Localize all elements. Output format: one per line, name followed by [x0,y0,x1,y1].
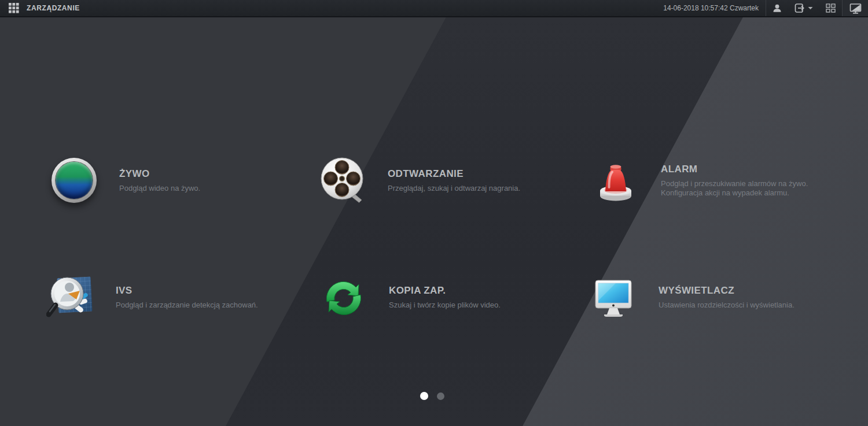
device-matrix-icon [826,3,836,13]
magnifier-detection-icon [46,273,95,321]
menu-item-alarm[interactable]: ALARM Podgląd i przeszukiwanie alarmów n… [591,155,808,206]
menu-item-kopia-zap[interactable]: KOPIA ZAP. Szukaj i twórz kopie plików v… [319,272,501,323]
title-bar: ZARZĄDZANIE 14-06-2018 10:57:42 Czwartek [0,0,868,17]
monitor-icon [589,273,638,321]
menu-item-odtwarzanie[interactable]: ODTWARZANIE Przeglądaj, szukaj i odtwarz… [318,155,520,206]
menu-item-title: ALARM [661,164,808,175]
page-dot-1[interactable] [420,392,428,400]
page-dot-2[interactable] [437,392,444,400]
page-title: ZARZĄDZANIE [27,4,80,12]
display-split-icon [849,3,862,14]
menu-item-description: Szukaj i twórz kopie plików video. [389,301,501,310]
datetime-display: 14-06-2018 10:57:42 Czwartek [663,4,766,12]
menu-item-title: ODTWARZANIE [388,168,520,180]
menu-item-title: WYŚWIETLACZ [659,285,795,297]
menu-item-ivs[interactable]: IVS Podgląd i zarządzanie detekcją zacho… [46,272,258,323]
film-reel-icon [318,156,367,205]
menu-item-title: KOPIA ZAP. [389,285,501,297]
menu-item-title: ŻYWO [119,168,200,180]
menu-item-description: Podgląd i zarządzanie detekcją zachowań. [116,301,258,310]
logout-icon [795,3,806,13]
menu-item-description: Ustawienia rozdzielczości i wyświetlania… [659,301,795,310]
user-icon [773,3,782,13]
pagination [420,392,444,400]
siren-icon [591,156,640,205]
menu-item-description: Podgląd wideo na żywo. [119,184,200,193]
menu-item-description: Podgląd i przeszukiwanie alarmów na żywo… [661,179,808,188]
logout-button[interactable] [788,0,819,16]
live-button-icon [50,156,98,205]
chevron-down-icon [808,6,813,10]
sync-arrows-icon [319,273,368,321]
menu-item-title: IVS [116,285,258,297]
grid-menu-icon[interactable] [9,3,19,13]
main-menu-desktop: ŻYWO Podgląd wideo na żywo. [0,17,868,426]
menu-item-description-line2: Konfiguracja akcji na wypadek alarmu. [661,188,808,198]
user-button[interactable] [766,0,788,16]
device-matrix-button[interactable] [819,0,842,16]
display-output-button[interactable] [843,0,868,16]
menu-item-wyswietlacz[interactable]: WYŚWIETLACZ Ustawienia rozdzielczości i … [589,272,795,323]
menu-item-zywo[interactable]: ŻYWO Podgląd wideo na żywo. [50,155,200,206]
menu-item-description: Przeglądaj, szukaj i odtwarzaj nagrania. [388,184,520,193]
